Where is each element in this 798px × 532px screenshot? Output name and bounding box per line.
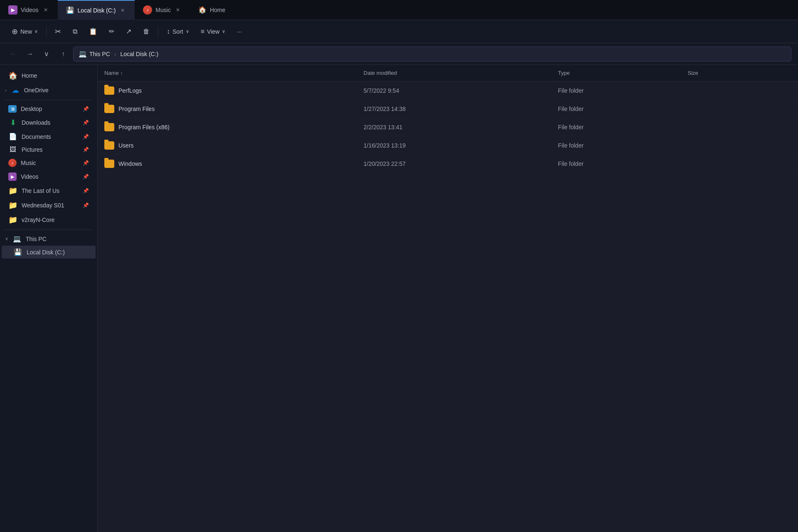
- music-pin-icon: 📌: [83, 160, 89, 166]
- tab-local-disk-label: Local Disk (C:): [78, 7, 116, 14]
- sidebar-item-videos[interactable]: ▶ Videos 📌: [2, 170, 96, 183]
- sidebar-item-documents[interactable]: 📄 Documents 📌: [2, 130, 96, 143]
- wednesday-pin-icon: 📌: [83, 202, 89, 208]
- file-cell-name: Windows: [104, 160, 364, 168]
- tab-videos[interactable]: ▶ Videos ✕: [0, 0, 58, 20]
- sidebar-item-pictures[interactable]: 🖼 Pictures 📌: [2, 143, 96, 156]
- toolbar-sep-1: [46, 26, 47, 37]
- paste-button[interactable]: 📋: [84, 25, 102, 38]
- table-row[interactable]: Windows 1/20/2023 22:57 File folder: [98, 155, 798, 173]
- cut-button[interactable]: ✂: [50, 25, 66, 39]
- view-button[interactable]: ≡ View ∨: [196, 25, 230, 38]
- videos-pin-icon: 📌: [83, 174, 89, 180]
- sidebar-item-desktop[interactable]: 🖥 Desktop 📌: [2, 103, 96, 115]
- delete-button[interactable]: 🗑: [138, 25, 155, 38]
- col-header-size[interactable]: Size: [688, 70, 792, 76]
- tab-music-label: Music: [155, 7, 171, 13]
- file-cell-date: 5/7/2022 9:54: [364, 87, 558, 94]
- share-button[interactable]: ↗: [121, 25, 136, 38]
- videos-tab-icon: ▶: [8, 5, 17, 15]
- documents-pin-icon: 📌: [83, 134, 89, 140]
- sort-icon: ↕: [167, 28, 170, 35]
- sidebar-sep-1: [5, 100, 92, 100]
- delete-icon: 🗑: [143, 28, 150, 35]
- copy-icon: ⧉: [73, 28, 77, 35]
- folder-icon: [104, 123, 114, 131]
- file-cell-date: 1/16/2023 13:19: [364, 142, 558, 149]
- file-cell-type: File folder: [558, 142, 688, 149]
- file-header: Name ↑ Date modified Type Size: [98, 65, 798, 81]
- sidebar-item-the-last-of-us[interactable]: 📁 The Last of Us 📌: [2, 184, 96, 198]
- up-button[interactable]: ↑: [57, 47, 70, 61]
- address-this-pc: This PC: [89, 51, 110, 57]
- paste-icon: 📋: [89, 27, 97, 35]
- address-box[interactable]: 💻 This PC › Local Disk (C:): [73, 47, 791, 62]
- file-name-text: Windows: [118, 160, 142, 167]
- file-name-text: Program Files: [118, 106, 155, 112]
- this-pc-expand-arrow: ∨: [5, 236, 8, 241]
- file-cell-date: 2/2/2023 13:41: [364, 124, 558, 131]
- sidebar-item-this-pc[interactable]: ∨ 💻 This PC: [2, 232, 96, 245]
- rename-icon: ✏: [109, 27, 114, 35]
- main-layout: 🏠 Home › ☁ OneDrive 🖥 Desktop 📌 ⬇ Downlo…: [0, 65, 798, 532]
- addressbar: ← → ∨ ↑ 💻 This PC › Local Disk (C:): [0, 43, 798, 65]
- cut-icon: ✂: [55, 27, 61, 36]
- more-label: ···: [237, 28, 242, 35]
- folder-icon: [104, 86, 114, 95]
- view-icon: ≡: [201, 28, 204, 35]
- tab-local-disk-close[interactable]: ✕: [119, 7, 126, 14]
- sort-label: Sort: [172, 28, 183, 35]
- toolbar: ⊕ New ∨ ✂ ⧉ 📋 ✏ ↗ 🗑 ↕ Sort ∨ ≡ View ∨ ··…: [0, 20, 798, 43]
- sidebar-wednesday-s01-label: Wednesday S01: [22, 202, 64, 209]
- new-button[interactable]: ⊕ New ∨: [7, 25, 43, 39]
- onedrive-expand-arrow: ›: [5, 88, 7, 93]
- tab-home[interactable]: 🏠 Home: [190, 0, 234, 20]
- sidebar-item-local-disk[interactable]: 💾 Local Disk (C:): [2, 246, 96, 259]
- sidebar-pictures-label: Pictures: [22, 146, 43, 153]
- recent-button[interactable]: ∨: [40, 47, 53, 61]
- new-dropdown-icon: ∨: [34, 29, 38, 34]
- sidebar-item-v2rayn-core[interactable]: 📁 v2rayN-Core: [2, 213, 96, 227]
- col-header-date[interactable]: Date modified: [364, 70, 558, 76]
- tab-music[interactable]: ♪ Music ✕: [135, 0, 190, 20]
- table-row[interactable]: Program Files 1/27/2023 14:38 File folde…: [98, 100, 798, 118]
- view-label: View: [207, 28, 219, 35]
- col-name-label: Name: [104, 70, 119, 76]
- tab-local-disk[interactable]: 💾 Local Disk (C:) ✕: [58, 0, 135, 20]
- rename-button[interactable]: ✏: [104, 25, 119, 38]
- file-name-text: PerfLogs: [118, 87, 142, 94]
- tab-music-close[interactable]: ✕: [174, 6, 182, 14]
- file-cell-name: PerfLogs: [104, 86, 364, 95]
- sort-button[interactable]: ↕ Sort ∨: [162, 25, 194, 38]
- file-cell-type: File folder: [558, 124, 688, 131]
- tab-videos-close[interactable]: ✕: [42, 6, 49, 14]
- sidebar-item-home[interactable]: 🏠 Home: [2, 69, 96, 83]
- sidebar-item-downloads[interactable]: ⬇ Downloads 📌: [2, 116, 96, 130]
- sort-dropdown-icon: ∨: [186, 29, 189, 34]
- table-row[interactable]: Users 1/16/2023 13:19 File folder: [98, 136, 798, 155]
- sidebar-local-disk-label: Local Disk (C:): [27, 249, 65, 256]
- more-button[interactable]: ···: [232, 26, 247, 37]
- sidebar-item-music[interactable]: ♪ Music 📌: [2, 156, 96, 170]
- back-button[interactable]: ←: [7, 47, 20, 61]
- pictures-pin-icon: 📌: [83, 147, 89, 153]
- file-cell-name: Program Files: [104, 105, 364, 113]
- file-rows-container: PerfLogs 5/7/2022 9:54 File folder Progr…: [98, 81, 798, 173]
- local-disk-icon: 💾: [13, 248, 22, 256]
- file-cell-name: Users: [104, 141, 364, 150]
- sidebar-this-pc-label: This PC: [26, 236, 47, 242]
- file-cell-name: Program Files (x86): [104, 123, 364, 131]
- copy-button[interactable]: ⧉: [68, 25, 82, 38]
- tab-home-label: Home: [210, 7, 225, 13]
- col-header-name[interactable]: Name ↑: [104, 70, 364, 76]
- sidebar-item-onedrive[interactable]: › ☁ OneDrive: [2, 83, 96, 97]
- table-row[interactable]: PerfLogs 5/7/2022 9:54 File folder: [98, 81, 798, 100]
- share-icon: ↗: [126, 27, 131, 35]
- pictures-icon: 🖼: [8, 146, 17, 153]
- folder-icon: [104, 141, 114, 150]
- forward-button[interactable]: →: [23, 47, 37, 61]
- table-row[interactable]: Program Files (x86) 2/2/2023 13:41 File …: [98, 118, 798, 136]
- sidebar-item-wednesday-s01[interactable]: 📁 Wednesday S01 📌: [2, 198, 96, 212]
- col-header-type[interactable]: Type: [558, 70, 688, 76]
- music-tab-icon: ♪: [143, 5, 152, 15]
